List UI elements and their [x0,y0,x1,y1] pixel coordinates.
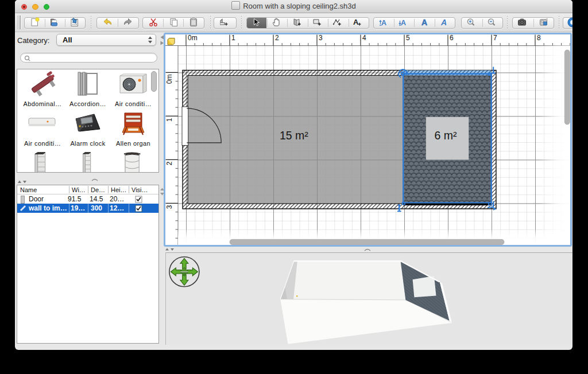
svg-text:4: 4 [362,34,366,42]
svg-text:3: 3 [319,34,323,42]
svg-text:6: 6 [450,34,454,42]
svg-text:0m: 0m [188,34,198,42]
svg-text:6 m²: 6 m² [435,129,458,142]
svg-text:2: 2 [275,34,279,42]
svg-text:15 m²: 15 m² [280,129,308,142]
svg-text:7: 7 [493,34,497,42]
svg-text:A: A [440,18,447,27]
svg-text:1: 1 [231,34,235,42]
svg-text:8: 8 [537,34,541,42]
svg-text:A: A [353,18,359,26]
svg-text:A: A [381,19,386,27]
svg-text:5: 5 [406,34,410,42]
svg-text:1: 1 [165,118,173,122]
svg-text:A: A [421,18,427,27]
svg-text:A: A [401,19,406,27]
svg-text:2: 2 [165,161,173,165]
svg-text:0m: 0m [165,75,173,84]
svg-text:3: 3 [165,205,173,209]
